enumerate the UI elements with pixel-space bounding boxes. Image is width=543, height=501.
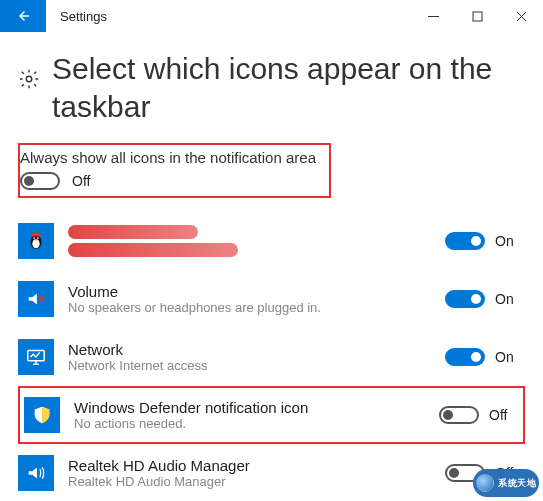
item-toggle-state: Off	[489, 407, 507, 423]
arrow-left-icon	[14, 7, 32, 25]
item-toggle[interactable]	[439, 406, 479, 424]
maximize-button[interactable]	[455, 0, 499, 32]
item-toggle[interactable]	[445, 290, 485, 308]
app-title: Settings	[60, 9, 411, 24]
item-toggle-state: On	[495, 291, 514, 307]
list-item: On	[18, 212, 525, 270]
minimize-button[interactable]	[411, 0, 455, 32]
content-area: Select which icons appear on the taskbar…	[0, 32, 543, 501]
shield-icon	[24, 397, 60, 433]
watermark-text: 系统天地	[498, 477, 536, 490]
maximize-icon	[472, 11, 483, 22]
master-toggle-section: Always show all icons in the notificatio…	[18, 143, 331, 198]
list-item: Realtek HD Audio Manager Realtek HD Audi…	[18, 444, 525, 501]
page-title: Select which icons appear on the taskbar	[52, 50, 525, 125]
heading-row: Select which icons appear on the taskbar	[18, 50, 525, 125]
item-toggle[interactable]	[445, 232, 485, 250]
volume-muted-icon	[18, 281, 54, 317]
redacted-subtitle	[68, 243, 238, 257]
item-title: Volume	[68, 283, 445, 300]
item-text: Volume No speakers or headphones are plu…	[68, 283, 445, 315]
master-toggle-state: Off	[72, 173, 90, 189]
item-toggle-state: On	[495, 233, 514, 249]
minimize-icon	[428, 11, 439, 22]
globe-icon	[476, 474, 494, 492]
list-item: Volume No speakers or headphones are plu…	[18, 270, 525, 328]
item-title: Windows Defender notification icon	[74, 399, 439, 416]
close-icon	[516, 11, 527, 22]
watermark-badge: 系统天地	[473, 469, 539, 497]
redacted-title	[68, 225, 198, 239]
item-text: Windows Defender notification icon No ac…	[74, 399, 439, 431]
close-button[interactable]	[499, 0, 543, 32]
item-text: Network Network Internet access	[68, 341, 445, 373]
master-toggle[interactable]	[20, 172, 60, 190]
window-controls	[411, 0, 543, 32]
item-title: Network	[68, 341, 445, 358]
item-text	[68, 225, 445, 257]
svg-rect-8	[31, 233, 40, 237]
svg-point-7	[37, 238, 38, 239]
back-button[interactable]	[0, 0, 46, 32]
svg-point-6	[34, 238, 35, 239]
titlebar: Settings	[0, 0, 543, 32]
svg-rect-9	[28, 351, 45, 361]
audio-manager-icon	[18, 455, 54, 491]
item-title: Realtek HD Audio Manager	[68, 457, 445, 474]
item-subtitle: No actions needed.	[74, 416, 439, 431]
gear-icon	[18, 68, 40, 93]
item-subtitle: Realtek HD Audio Manager	[68, 474, 445, 489]
svg-point-1	[26, 76, 32, 82]
master-toggle-label: Always show all icons in the notificatio…	[20, 149, 323, 166]
list-item: Network Network Internet access On	[18, 328, 525, 386]
list-item-defender: Windows Defender notification icon No ac…	[18, 386, 525, 444]
item-subtitle: No speakers or headphones are plugged in…	[68, 300, 445, 315]
svg-rect-0	[473, 12, 482, 21]
item-toggle[interactable]	[445, 348, 485, 366]
network-monitor-icon	[18, 339, 54, 375]
item-subtitle: Network Internet access	[68, 358, 445, 373]
item-toggle-state: On	[495, 349, 514, 365]
penguin-app-icon	[18, 223, 54, 259]
item-text: Realtek HD Audio Manager Realtek HD Audi…	[68, 457, 445, 489]
